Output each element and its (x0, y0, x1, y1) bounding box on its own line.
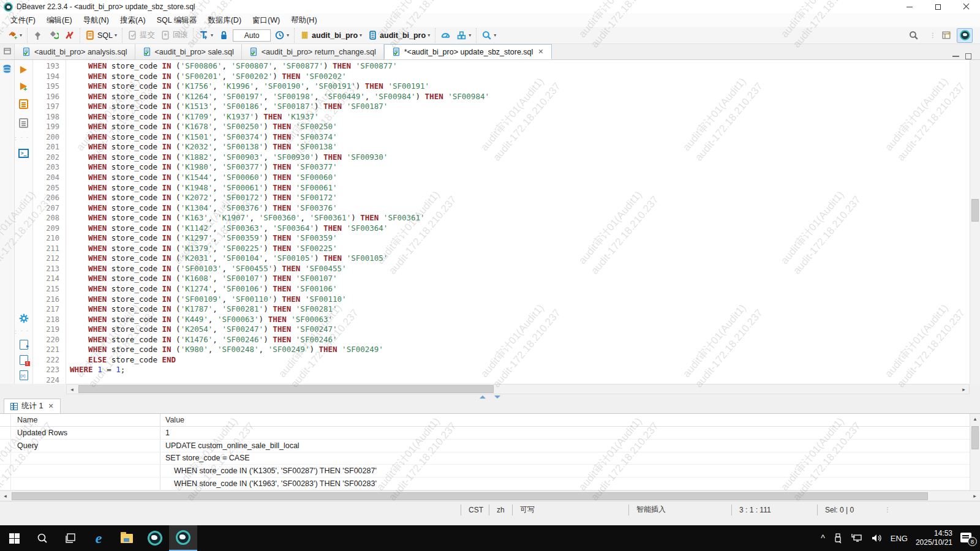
disconnect-button[interactable] (31, 29, 45, 42)
output-file-icon[interactable]: (x) (20, 370, 28, 380)
editor-tab-0[interactable]: <audit_bi_pro> analysis.sql (15, 44, 135, 59)
speaker-icon[interactable] (871, 533, 883, 543)
explain-plan-button[interactable] (17, 117, 30, 129)
menu-item-1[interactable]: 编辑(E) (41, 14, 78, 27)
internet-explorer-button[interactable]: e (85, 525, 113, 551)
scrollbar-thumb[interactable] (78, 385, 494, 393)
line-number: 217 (33, 304, 59, 315)
search-icon[interactable] (908, 30, 919, 40)
code-line: WHEN store_code IN ('SF00103', 'SF00455'… (70, 264, 970, 274)
table-row[interactable]: WHEN store_code IN ('K1963', 'SF00283') … (0, 478, 980, 490)
sql-search-button[interactable]: ▾ (480, 29, 498, 42)
minimize-editor-icon[interactable] (952, 56, 959, 57)
database-navigator-icon[interactable] (2, 64, 12, 74)
code-line: WHEN store_code IN ('K1787', 'SF00281') … (70, 304, 970, 315)
usb-icon[interactable] (833, 533, 843, 544)
isolation-combo[interactable]: Auto (233, 29, 271, 42)
scroll-left-icon[interactable]: ◂ (67, 384, 77, 394)
open-console-button[interactable]: >_ (17, 148, 31, 159)
taskbar-search-button[interactable] (28, 525, 56, 551)
schema-selector[interactable]: audit_bi_pro ▾ (366, 29, 432, 42)
save-file-icon[interactable]: ! (20, 355, 28, 365)
table-row[interactable]: WHEN store_code IN ('K1305', 'SF00287') … (0, 465, 980, 478)
menu-item-3[interactable]: 搜索(A) (115, 14, 151, 27)
maximize-editor-icon[interactable] (965, 53, 971, 59)
network-icon[interactable] (851, 533, 863, 543)
execute-new-tab-button[interactable]: + (18, 81, 29, 91)
maximize-button[interactable] (924, 0, 952, 13)
sash-up-icon[interactable] (480, 395, 486, 399)
packages-button[interactable]: ▾ (454, 29, 473, 42)
editor-results-splitter[interactable] (0, 394, 980, 399)
dbeaver-logo-icon (960, 30, 970, 40)
statusbar-overflow-icon[interactable]: ⋮ (884, 506, 891, 513)
dbeaver-taskbar-button-1[interactable] (141, 525, 169, 551)
execute-script-button[interactable] (17, 98, 30, 110)
code-area[interactable]: WHEN store_code IN ('SF00806', 'SF00807'… (66, 60, 970, 384)
menu-item-0[interactable]: 文件(F) (5, 14, 41, 27)
menu-item-5[interactable]: 数据库(D) (202, 14, 247, 27)
table-row[interactable]: QueryUPDATE custom_online_sale_bill_loca… (0, 440, 980, 452)
scroll-up-icon[interactable]: ▴ (970, 414, 980, 423)
sql-editor-button[interactable]: SQL ▾ (83, 29, 119, 42)
lock-button[interactable] (217, 29, 231, 42)
start-button[interactable] (0, 525, 28, 551)
dashboard-button[interactable] (439, 29, 453, 42)
menu-item-4[interactable]: SQL 编辑器 (151, 14, 203, 27)
sash-down-icon[interactable] (494, 395, 500, 399)
commit-button[interactable]: 提交 (126, 29, 157, 42)
editor-tab-3[interactable]: *<audit_bi_pro> update_sbz_store.sql✕ (384, 44, 552, 59)
perspective-icon[interactable]: ✦ (941, 30, 952, 40)
name-column-header[interactable]: Name (11, 414, 160, 426)
close-button[interactable] (952, 0, 980, 13)
execute-statement-button[interactable] (18, 65, 29, 75)
dbeaver-taskbar-button-2[interactable] (169, 525, 197, 551)
line-number: 203 (33, 162, 59, 173)
scroll-right-icon[interactable]: ▸ (959, 384, 969, 394)
line-number: 194 (33, 72, 59, 82)
rollback-button[interactable]: 回滚 (159, 29, 190, 42)
results-vertical-scrollbar[interactable]: ▴ (970, 414, 980, 490)
table-row[interactable]: SET store_code = CASE (0, 452, 980, 465)
scroll-right-icon[interactable]: ▸ (970, 492, 980, 501)
reconnect-button[interactable] (47, 29, 61, 42)
close-tab-icon[interactable]: ✕ (48, 402, 53, 410)
stats-tab[interactable]: 统计 1 ✕ (4, 399, 61, 413)
file-explorer-button[interactable] (113, 525, 141, 551)
menu-item-6[interactable]: 窗口(W) (247, 14, 285, 27)
editor-tab-1[interactable]: <audit_bi_pro> sale.sql (135, 44, 242, 59)
settings-gear-icon[interactable] (18, 313, 29, 324)
results-horizontal-scrollbar[interactable]: ◂ ▸ (0, 490, 980, 501)
line-number: 214 (33, 274, 59, 284)
dbeaver-perspective-button[interactable] (957, 28, 973, 43)
scrollbar-thumb[interactable] (971, 426, 979, 449)
export-script-icon[interactable]: ▸ (20, 340, 28, 350)
scroll-left-icon[interactable]: ◂ (0, 492, 10, 501)
restore-panel-icon[interactable] (3, 47, 12, 56)
menu-item-7[interactable]: 帮助(H) (285, 14, 322, 27)
minimize-button[interactable] (895, 0, 924, 13)
code-line: WHEN store_code IN ('K1501', 'SF00374') … (70, 132, 970, 143)
toolbar-overflow-icon[interactable]: ⋮ (930, 32, 937, 39)
rail-separator: · · · · (15, 136, 32, 141)
results-tab-bar: 统计 1 ✕ (0, 399, 980, 414)
editor-tab-2[interactable]: <audit_bi_pro> return_change.sql (242, 44, 384, 59)
history-button[interactable]: ▾ (273, 29, 291, 42)
notification-center-button[interactable]: 8 (960, 533, 974, 544)
new-connection-button[interactable]: + ▾ (6, 29, 24, 42)
scrollbar-thumb[interactable] (971, 199, 979, 222)
invalidate-button[interactable] (62, 29, 77, 42)
editor-horizontal-scrollbar[interactable]: ◂ ▸ (66, 384, 970, 394)
language-indicator[interactable]: ENG (891, 534, 908, 543)
close-tab-icon[interactable]: ✕ (538, 48, 543, 56)
transaction-mode-button[interactable]: ▾ (197, 29, 215, 42)
table-row[interactable]: Updated Rows1 (0, 427, 980, 440)
clock[interactable]: 14:53 2025/10/21 (916, 529, 952, 547)
task-view-button[interactable] (56, 525, 85, 551)
menu-item-2[interactable]: 导航(N) (78, 14, 115, 27)
editor-vertical-scrollbar[interactable] (970, 60, 980, 384)
database-selector[interactable]: audit_bi_pro ▾ (298, 29, 364, 42)
tray-expand-icon[interactable]: ^ (821, 533, 825, 543)
scrollbar-thumb[interactable] (12, 492, 928, 500)
value-column-header[interactable]: Value (160, 414, 980, 426)
